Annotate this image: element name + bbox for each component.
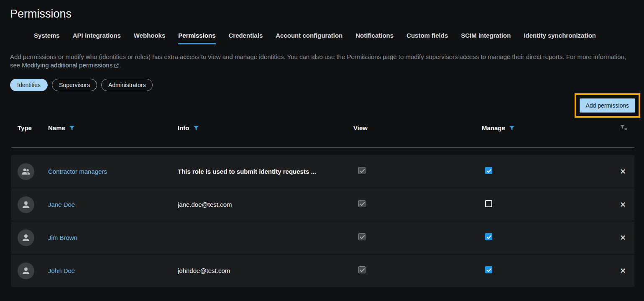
manage-checkbox[interactable] bbox=[485, 200, 492, 207]
identity-name-link[interactable]: Contractor managers bbox=[48, 168, 107, 175]
group-icon bbox=[21, 167, 31, 177]
manage-checkbox[interactable] bbox=[485, 233, 492, 240]
info-header-label: Info bbox=[178, 124, 189, 131]
type-cell bbox=[18, 262, 48, 279]
view-cell bbox=[353, 266, 482, 275]
info-filter-icon[interactable] bbox=[193, 125, 199, 131]
table-row: Jane Doe jane.doe@test.com ✕ bbox=[11, 188, 634, 221]
page-title: Permissions bbox=[10, 7, 644, 21]
tab-custom-fields[interactable]: Custom fields bbox=[406, 32, 448, 44]
annotation-highlight-box: Add permissions bbox=[575, 93, 641, 118]
tab-account-configuration[interactable]: Account configuration bbox=[276, 32, 342, 44]
view-cell bbox=[353, 200, 482, 209]
tab-permissions[interactable]: Permissions bbox=[178, 32, 215, 44]
view-checkbox bbox=[358, 167, 365, 174]
add-permissions-button[interactable]: Add permissions bbox=[580, 98, 636, 113]
view-checkbox bbox=[358, 266, 365, 273]
avatar bbox=[18, 262, 34, 279]
view-cell bbox=[353, 167, 482, 176]
view-checkbox bbox=[358, 200, 365, 207]
view-checkbox bbox=[358, 233, 365, 240]
identity-name-link[interactable]: Jim Brown bbox=[48, 234, 77, 241]
type-cell bbox=[18, 163, 48, 180]
info-cell: jane.doe@test.com bbox=[178, 201, 353, 208]
tab-scim-integration[interactable]: SCIM integration bbox=[461, 32, 511, 44]
external-link-icon bbox=[114, 63, 119, 68]
filter-pill-group: IdentitiesSupervisorsAdministrators bbox=[10, 79, 644, 91]
identity-name-link[interactable]: Jane Doe bbox=[48, 201, 75, 208]
name-cell: Jane Doe bbox=[48, 201, 178, 208]
person-icon bbox=[21, 233, 31, 243]
permissions-table: Type Name Info View Manage Contractor ma… bbox=[11, 118, 634, 287]
info-text: This role is used to submit identity req… bbox=[178, 168, 316, 175]
type-cell bbox=[18, 229, 48, 246]
description-period: . bbox=[119, 62, 121, 69]
modifying-permissions-link[interactable]: Modifying additional permissions bbox=[22, 62, 119, 69]
manage-header-label: Manage bbox=[482, 124, 505, 131]
table-row: Jim Brown ✕ bbox=[11, 221, 634, 254]
manage-checkbox[interactable] bbox=[485, 167, 492, 174]
view-header-label: View bbox=[353, 124, 368, 131]
avatar bbox=[18, 163, 34, 180]
manage-cell bbox=[482, 200, 620, 209]
actions-cell: ✕ bbox=[620, 168, 638, 175]
info-cell: johndoe@test.com bbox=[178, 267, 353, 275]
actions-cell: ✕ bbox=[620, 201, 638, 208]
manage-cell bbox=[482, 266, 620, 275]
filter-pill-administrators[interactable]: Administrators bbox=[101, 79, 153, 91]
table-row: Contractor managers This role is used to… bbox=[11, 155, 634, 188]
info-text: johndoe@test.com bbox=[178, 267, 230, 274]
column-header-info: Info bbox=[178, 124, 353, 131]
remove-row-button[interactable]: ✕ bbox=[620, 234, 626, 242]
header-actions bbox=[620, 124, 639, 131]
name-header-label: Name bbox=[48, 124, 65, 131]
name-cell: John Doe bbox=[48, 267, 178, 275]
toolbar: Add permissions bbox=[0, 93, 644, 118]
type-header-label: Type bbox=[18, 124, 32, 131]
link-text: Modifying additional permissions bbox=[22, 62, 112, 69]
table-header: Type Name Info View Manage bbox=[11, 118, 634, 148]
page-description: Add permissions or modify who (identitie… bbox=[10, 53, 634, 69]
tab-credentials[interactable]: Credentials bbox=[229, 32, 263, 44]
name-cell: Contractor managers bbox=[48, 168, 178, 175]
remove-row-button[interactable]: ✕ bbox=[620, 267, 626, 275]
name-cell: Jim Brown bbox=[48, 234, 178, 242]
column-header-name: Name bbox=[48, 124, 178, 131]
manage-cell bbox=[482, 167, 620, 176]
info-text: jane.doe@test.com bbox=[178, 201, 232, 208]
manage-checkbox[interactable] bbox=[485, 266, 492, 273]
manage-cell bbox=[482, 233, 620, 242]
type-cell bbox=[18, 196, 48, 213]
column-header-view: View bbox=[353, 124, 482, 131]
tab-bar: SystemsAPI integrationsWebhooksPermissio… bbox=[34, 32, 644, 44]
info-cell: This role is used to submit identity req… bbox=[178, 168, 353, 175]
tab-systems[interactable]: Systems bbox=[34, 32, 60, 44]
person-icon bbox=[21, 200, 31, 210]
tab-identity-synchronization[interactable]: Identity synchronization bbox=[524, 32, 596, 44]
filter-pill-identities[interactable]: Identities bbox=[10, 79, 48, 91]
avatar bbox=[18, 196, 34, 213]
actions-cell: ✕ bbox=[620, 234, 638, 242]
remove-row-button[interactable]: ✕ bbox=[620, 168, 626, 175]
table-row: John Doe johndoe@test.com ✕ bbox=[11, 255, 634, 287]
filter-pill-supervisors[interactable]: Supervisors bbox=[52, 79, 97, 91]
identity-name-link[interactable]: John Doe bbox=[48, 267, 75, 274]
tab-notifications[interactable]: Notifications bbox=[355, 32, 394, 44]
table-body: Contractor managers This role is used to… bbox=[11, 155, 634, 287]
tab-api-integrations[interactable]: API integrations bbox=[73, 32, 121, 44]
view-cell bbox=[353, 233, 482, 242]
actions-cell: ✕ bbox=[620, 267, 638, 275]
clear-filters-icon[interactable] bbox=[620, 124, 628, 131]
manage-filter-icon[interactable] bbox=[509, 125, 515, 131]
remove-row-button[interactable]: ✕ bbox=[620, 201, 626, 208]
permissions-page: Permissions SystemsAPI integrationsWebho… bbox=[0, 0, 644, 301]
person-icon bbox=[21, 266, 31, 276]
tab-webhooks[interactable]: Webhooks bbox=[134, 32, 166, 44]
avatar bbox=[18, 229, 34, 246]
column-header-type: Type bbox=[18, 124, 48, 131]
column-header-manage: Manage bbox=[482, 124, 620, 131]
name-filter-icon[interactable] bbox=[69, 125, 75, 131]
